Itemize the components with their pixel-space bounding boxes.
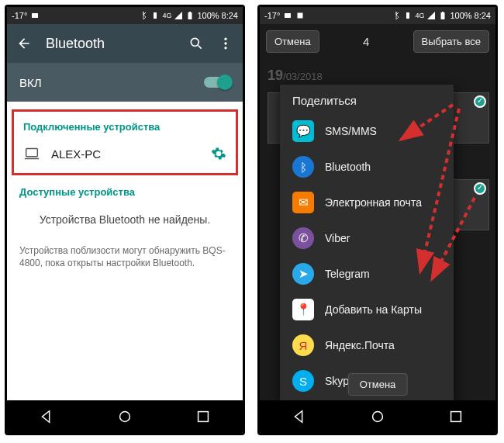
app-bar: Bluetooth [7,24,243,63]
toggle-switch[interactable] [204,77,230,88]
notification-icon [30,11,40,20]
notification-icon-2 [295,11,305,20]
signal-icon [174,11,183,20]
email-icon: ✉ [292,192,314,213]
share-item-email[interactable]: ✉Электронная почта [280,185,454,220]
nav-recent-icon[interactable] [195,408,212,425]
share-item-bluetooth[interactable]: ᛒBluetooth [280,149,454,185]
cancel-chip[interactable]: Отмена [266,30,319,53]
selection-bar: Отмена 4 Выбрать все [260,24,495,58]
svg-rect-1 [154,12,157,19]
svg-rect-13 [406,12,409,19]
nav-bar [260,400,495,433]
svg-point-16 [373,412,383,422]
battery-pct: 100% [450,11,471,20]
status-temp: -17° [264,11,280,20]
bluetooth-toggle-row[interactable]: ВКЛ [7,63,243,102]
date-group-1: 19/03/2018 [268,67,323,84]
svg-rect-17 [451,412,461,422]
phone-left: -17° 4G 100% 8:24 Bluetooth ВКЛ Подключе… [5,5,245,435]
svg-point-7 [224,47,226,49]
telegram-icon: ➤ [292,263,314,285]
more-icon[interactable] [218,36,233,51]
notification-icon [283,11,292,20]
device-name: ALEX-PC [51,147,101,161]
svg-rect-11 [285,13,291,18]
svg-rect-8 [26,149,38,157]
nav-recent-icon[interactable] [447,408,464,425]
svg-rect-10 [198,412,209,422]
search-icon[interactable] [188,36,204,51]
share-title: Поделиться [280,85,454,113]
bluetooth-icon [139,11,148,20]
svg-rect-15 [442,12,444,12]
viber-icon: ✆ [292,227,314,249]
share-item-viber[interactable]: ✆Viber [280,220,454,256]
selected-check-icon [474,182,486,195]
content: Подключенные устройства ALEX-PC Доступны… [7,102,243,280]
vibrate-icon [403,11,413,20]
nav-bar [7,400,243,433]
signal-4g: 4G [415,12,424,19]
nav-back-icon[interactable] [38,408,55,425]
svg-rect-2 [188,12,192,19]
status-temp: -17° [12,11,27,20]
status-bar: -17° 4G 100% 8:24 [260,7,495,24]
bluetooth-icon: ᛒ [292,156,314,178]
svg-point-9 [120,412,130,422]
signal-icon [426,11,436,20]
nav-home-icon[interactable] [369,408,386,425]
paired-header: Подключенные устройства [22,116,228,140]
svg-point-5 [224,38,226,40]
svg-point-6 [224,42,226,44]
svg-point-4 [191,38,198,46]
laptop-icon [23,145,40,162]
paired-section-highlight: Подключенные устройства ALEX-PC [12,109,238,175]
share-item-sms[interactable]: 💬SMS/MMS [280,113,454,149]
cancel-button[interactable]: Отмена [348,373,408,396]
svg-rect-0 [32,13,38,18]
nav-home-icon[interactable] [116,408,133,425]
hint-text: Устройства поблизости могут обнаружить B… [7,234,243,280]
sms-icon: 💬 [292,120,314,142]
selected-check-icon [474,95,486,108]
battery-pct: 100% [197,11,219,20]
svg-rect-3 [189,12,191,12]
signal-4g: 4G [162,12,171,19]
nav-back-icon[interactable] [291,408,308,425]
share-item-yandex-mail[interactable]: ЯЯндекс.Почта [280,327,454,363]
back-icon[interactable] [16,36,32,51]
svg-rect-12 [298,13,303,19]
battery-icon [438,11,447,20]
skype-icon: S [292,370,314,392]
bluetooth-icon [392,11,401,20]
toggle-label: ВКЛ [19,76,42,89]
select-all-chip[interactable]: Выбрать все [413,30,489,53]
vibrate-icon [150,11,160,20]
share-sheet: Поделиться 💬SMS/MMS ᛒBluetooth ✉Электрон… [280,85,454,400]
page-title: Bluetooth [46,36,174,52]
not-found-text: Устройства Bluetooth не найдены. [7,199,243,234]
battery-icon [185,11,195,20]
share-item-telegram[interactable]: ➤Telegram [280,256,454,292]
available-header: Доступные устройства [7,177,243,199]
phone-right: -17° 4G 100% 8:24 Отмена 4 Выбрать все 1… [257,5,498,435]
paired-device-row[interactable]: ALEX-PC [22,140,228,168]
selection-count: 4 [326,35,407,48]
svg-rect-14 [441,12,445,19]
gear-icon[interactable] [211,146,226,161]
status-bar: -17° 4G 100% 8:24 [7,7,243,24]
maps-icon: 📍 [292,299,314,320]
yandex-mail-icon: Я [292,334,314,356]
share-item-maps[interactable]: 📍Добавить на Карты [280,292,454,327]
status-time: 8:24 [222,11,238,20]
gallery-body: Отмена 4 Выбрать все 19/03/2018 Поделить… [260,24,495,400]
status-time: 8:24 [475,11,491,20]
